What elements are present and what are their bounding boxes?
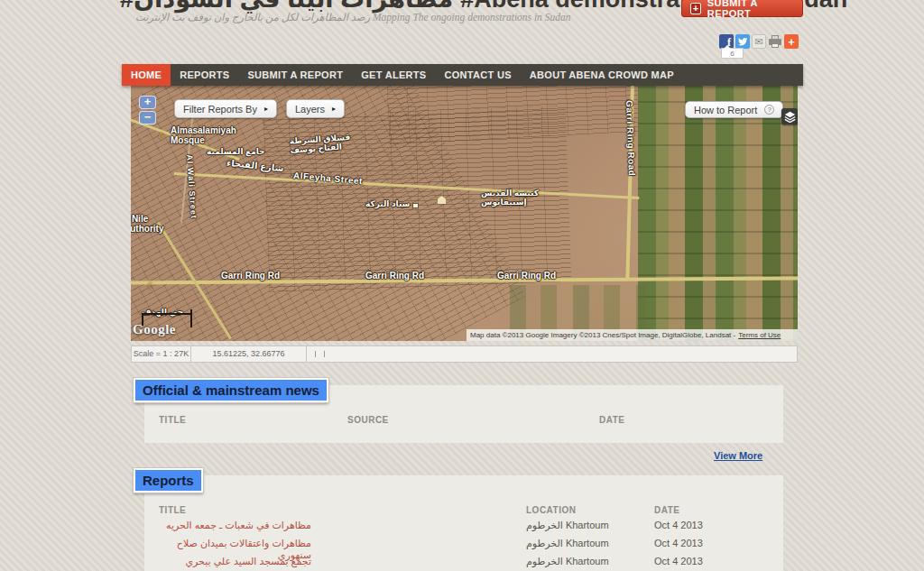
news-column-date: DATE bbox=[599, 415, 624, 425]
site-subtitle-english: Mapping The ongoing demonstrations in Su… bbox=[373, 12, 570, 23]
google-logo: Google bbox=[133, 322, 176, 337]
scale-readout: Scale = 1 : 27K bbox=[132, 346, 191, 362]
reports-column-location: LOCATION bbox=[526, 505, 576, 515]
submit-report-button[interactable]: + SUBMIT A REPORT bbox=[681, 0, 803, 17]
map-label-garri-ring-rd-2: Garri Ring Rd bbox=[365, 271, 424, 281]
map-label-garri-ring-rd-3: Garri Ring Rd bbox=[497, 271, 556, 281]
nav-item-get-alerts[interactable]: GET ALERTS bbox=[352, 64, 435, 86]
report-row: تجمع بمسجد السيد علي ببحري الخرطوم Khart… bbox=[144, 556, 783, 571]
reports-panel: TITLE LOCATION DATE مظاهرات في شعبات ـ ج… bbox=[144, 475, 783, 571]
map-label-mosque-arabic: جامع المسلمية bbox=[207, 147, 265, 156]
report-date: Oct 4 2013 bbox=[654, 538, 703, 548]
report-row: مظاهرات واعتقالات بميدان صلاح سنهوري الخ… bbox=[144, 538, 783, 554]
email-icon[interactable]: ✉ bbox=[752, 34, 766, 49]
mosque-crescent-icon: ☾ bbox=[147, 281, 156, 292]
how-to-report-button[interactable]: How to Report ? bbox=[685, 101, 783, 118]
nav-item-submit-a-report[interactable]: SUBMIT A REPORT bbox=[238, 64, 352, 86]
news-column-title: TITLE bbox=[159, 415, 186, 425]
report-row: مظاهرات في شعبات ـ جمعه الحريه الخرطوم K… bbox=[144, 520, 783, 536]
twitter-icon[interactable] bbox=[735, 34, 750, 49]
timeline-tick bbox=[315, 351, 316, 357]
submit-report-label: SUBMIT A REPORT bbox=[707, 0, 794, 19]
zoom-out-button[interactable]: − bbox=[139, 111, 156, 124]
layers-icon bbox=[784, 111, 796, 123]
reports-column-date: DATE bbox=[654, 505, 679, 515]
report-location: الخرطوم Khartoum bbox=[526, 520, 609, 531]
report-location: الخرطوم Khartoum bbox=[526, 538, 609, 549]
coordinates-readout: 15.61225, 32.66776 bbox=[191, 346, 307, 362]
map-status-bar: Scale = 1 : 27K 15.61225, 32.66776 bbox=[131, 345, 798, 363]
help-icon: ? bbox=[764, 105, 774, 115]
map-label-neighborhood-arabic: حي الهدف bbox=[142, 308, 183, 317]
attribution-text: Map data ©2013 Google Imagery ©2013 Cnes… bbox=[470, 331, 735, 339]
how-to-report-label: How to Report bbox=[694, 105, 757, 115]
chevron-right-icon: ▸ bbox=[264, 105, 268, 113]
share-toolbar: f ✉ + bbox=[719, 34, 799, 49]
map-attribution: Map data ©2013 Google Imagery ©2013 Cnes… bbox=[467, 329, 798, 341]
map-label-almasalamiyah-mosque: Almasalamiyah Mosque bbox=[171, 125, 261, 145]
reports-section-title: Reports bbox=[134, 468, 203, 493]
map-label-garri-ring-rd-1: Garri Ring Rd bbox=[221, 271, 280, 281]
zoom-in-button[interactable]: + bbox=[139, 96, 156, 109]
stadium-icon bbox=[412, 203, 419, 208]
nav-item-reports[interactable]: REPORTS bbox=[171, 64, 238, 86]
terms-of-use-link[interactable]: Terms of Use bbox=[738, 331, 781, 339]
map-urban-grid-top bbox=[387, 86, 642, 144]
reports-column-title: TITLE bbox=[159, 505, 186, 515]
view-more-link[interactable]: View More bbox=[714, 450, 762, 461]
nav-item-home[interactable]: HOME bbox=[122, 64, 171, 86]
map-label-nile-authority: n Nile Authority bbox=[131, 214, 181, 234]
nav-item-about[interactable]: ABOUT ABENA CROWD MAP bbox=[521, 64, 683, 86]
map-farm-fields-right bbox=[638, 86, 798, 341]
report-title-link[interactable]: تجمع بمسجد السيد علي ببحري bbox=[149, 556, 311, 567]
addthis-share-icon[interactable]: + bbox=[784, 34, 799, 49]
news-column-source: SOURCE bbox=[347, 415, 389, 425]
chevron-right-icon: ▸ bbox=[332, 105, 336, 113]
mosque-crescent-icon: ☾ bbox=[158, 131, 167, 143]
report-location: الخرطوم Khartoum bbox=[526, 556, 609, 567]
news-section-title: Official & mainstream news bbox=[134, 378, 328, 402]
site-subtitle: رصد المظاهرات لكل من بالخارج وان توقف بث… bbox=[135, 11, 571, 23]
report-date: Oct 4 2013 bbox=[654, 556, 703, 566]
map-layers-toggle[interactable] bbox=[781, 108, 798, 124]
share-count-badge: 6 bbox=[721, 48, 744, 59]
site-subtitle-arabic: رصد المظاهرات لكل من بالخارج وان توقف بث… bbox=[135, 12, 370, 23]
map-zoom-control: + − bbox=[139, 96, 156, 124]
nav-item-contact-us[interactable]: CONTACT US bbox=[436, 64, 521, 86]
layers-label: Layers bbox=[295, 104, 325, 115]
print-icon[interactable] bbox=[768, 34, 782, 49]
report-title-link[interactable]: مظاهرات في شعبات ـ جمعه الحريه bbox=[149, 520, 311, 531]
map-label-church-arabic: كنيسة القديس إستيفانوس bbox=[481, 189, 548, 207]
main-nav: HOME REPORTS SUBMIT A REPORT GET ALERTS … bbox=[122, 64, 803, 86]
layers-button[interactable]: Layers ▸ bbox=[286, 99, 345, 118]
timeline-tick bbox=[324, 351, 325, 357]
plus-icon: + bbox=[690, 3, 701, 14]
report-date: Oct 4 2013 bbox=[654, 520, 703, 530]
page: #مظاهرات ابينا في السودان#Abena demonstr… bbox=[0, 0, 924, 571]
filter-reports-label: Filter Reports By bbox=[183, 104, 257, 115]
filter-reports-button[interactable]: Filter Reports By ▸ bbox=[174, 99, 277, 118]
map-label-stadium-arabic: ستاد البركة bbox=[365, 199, 410, 208]
map-canvas[interactable]: Almasalamiyah Mosque جامع المسلمية قشلاق… bbox=[131, 86, 798, 341]
